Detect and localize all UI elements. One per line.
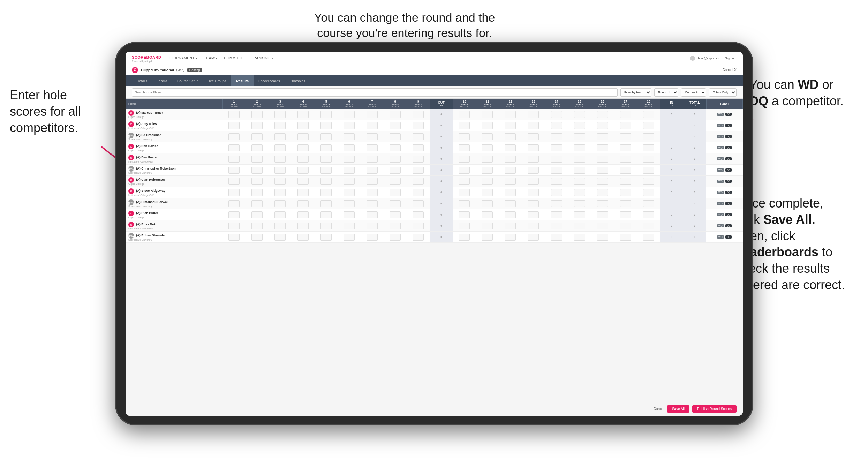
score-input-hole-2[interactable] [251, 111, 263, 118]
score-input-hole-4[interactable] [297, 234, 309, 241]
score-input-hole-18[interactable] [643, 178, 654, 185]
score-input-hole-1[interactable] [228, 122, 240, 129]
wd-button[interactable]: WD [717, 202, 724, 205]
score-input-hole-12[interactable] [505, 122, 516, 129]
score-input-hole-7[interactable] [367, 189, 378, 196]
score-input-hole-8[interactable] [390, 189, 401, 196]
score-input-hole-17[interactable] [620, 144, 631, 151]
score-input-hole-13[interactable] [528, 200, 539, 207]
score-input-hole-6[interactable] [344, 211, 355, 218]
score-input-hole-1[interactable] [228, 111, 240, 118]
score-input-hole-5[interactable] [320, 234, 332, 241]
score-input-hole-5[interactable] [320, 111, 332, 118]
score-input-hole-13[interactable] [528, 133, 539, 140]
score-input-hole-14[interactable] [551, 111, 562, 118]
score-input-hole-12[interactable] [505, 144, 516, 151]
cancel-tournament[interactable]: Cancel X [722, 68, 737, 72]
score-input-hole-18[interactable] [643, 200, 654, 207]
score-input-hole-15[interactable] [574, 111, 585, 118]
score-input-hole-7[interactable] [367, 211, 378, 218]
score-input-hole-13[interactable] [528, 156, 539, 163]
score-input-hole-13[interactable] [528, 122, 539, 129]
score-input-hole-18[interactable] [643, 211, 654, 218]
score-input-hole-6[interactable] [344, 189, 355, 196]
score-input-hole-4[interactable] [297, 122, 309, 129]
score-input-hole-13[interactable] [528, 211, 539, 218]
score-input-hole-12[interactable] [505, 200, 516, 207]
score-input-hole-18[interactable] [643, 189, 654, 196]
score-input-hole-7[interactable] [367, 234, 378, 241]
score-input-hole-18[interactable] [643, 133, 654, 140]
score-input-hole-14[interactable] [551, 144, 562, 151]
wd-button[interactable]: WD [717, 124, 724, 127]
score-input-hole-14[interactable] [551, 223, 562, 229]
score-input-hole-5[interactable] [320, 133, 332, 140]
score-input-hole-13[interactable] [528, 234, 539, 241]
score-input-hole-17[interactable] [620, 200, 631, 207]
score-input-hole-14[interactable] [551, 167, 562, 174]
score-input-hole-1[interactable] [228, 167, 240, 174]
score-input-hole-2[interactable] [251, 189, 263, 196]
score-input-hole-11[interactable] [482, 144, 493, 151]
score-input-hole-13[interactable] [528, 223, 539, 229]
score-input-hole-16[interactable] [597, 200, 608, 207]
score-input-hole-2[interactable] [251, 122, 263, 129]
wd-button[interactable]: WD [717, 213, 724, 216]
score-input-hole-17[interactable] [620, 167, 631, 174]
score-input-hole-12[interactable] [505, 234, 516, 241]
score-input-hole-9[interactable] [413, 178, 424, 185]
score-input-hole-15[interactable] [574, 211, 585, 218]
score-input-hole-8[interactable] [390, 211, 401, 218]
score-input-hole-11[interactable] [482, 167, 493, 174]
score-input-hole-3[interactable] [274, 234, 286, 241]
score-input-hole-11[interactable] [482, 156, 493, 163]
score-input-hole-9[interactable] [413, 144, 424, 151]
score-input-hole-14[interactable] [551, 189, 562, 196]
score-input-hole-16[interactable] [597, 167, 608, 174]
score-input-hole-13[interactable] [528, 189, 539, 196]
score-input-hole-14[interactable] [551, 211, 562, 218]
search-input[interactable] [132, 88, 618, 97]
score-input-hole-8[interactable] [390, 156, 401, 163]
score-input-hole-5[interactable] [320, 189, 332, 196]
score-input-hole-11[interactable] [482, 111, 493, 118]
score-input-hole-6[interactable] [344, 200, 355, 207]
score-input-hole-17[interactable] [620, 189, 631, 196]
score-input-hole-1[interactable] [228, 156, 240, 163]
score-input-hole-5[interactable] [320, 223, 332, 229]
score-input-hole-10[interactable] [459, 200, 470, 207]
score-input-hole-14[interactable] [551, 156, 562, 163]
score-input-hole-16[interactable] [597, 223, 608, 229]
score-input-hole-1[interactable] [228, 189, 240, 196]
wd-button[interactable]: WD [717, 191, 724, 194]
score-input-hole-7[interactable] [367, 111, 378, 118]
score-input-hole-14[interactable] [551, 122, 562, 129]
score-input-hole-8[interactable] [390, 122, 401, 129]
tab-teams[interactable]: Teams [152, 75, 172, 86]
score-input-hole-11[interactable] [482, 200, 493, 207]
score-input-hole-18[interactable] [643, 111, 654, 118]
score-input-hole-10[interactable] [459, 144, 470, 151]
score-input-hole-4[interactable] [297, 156, 309, 163]
score-input-hole-9[interactable] [413, 189, 424, 196]
score-input-hole-11[interactable] [482, 223, 493, 229]
score-input-hole-1[interactable] [228, 211, 240, 218]
score-input-hole-16[interactable] [597, 156, 608, 163]
score-input-hole-4[interactable] [297, 144, 309, 151]
cancel-button[interactable]: Cancel [654, 407, 664, 411]
totals-only-select[interactable]: Totals Only [709, 88, 737, 97]
publish-button[interactable]: Publish Round Scores [692, 405, 737, 413]
score-input-hole-13[interactable] [528, 167, 539, 174]
score-input-hole-8[interactable] [390, 178, 401, 185]
score-input-hole-1[interactable] [228, 133, 240, 140]
score-input-hole-11[interactable] [482, 133, 493, 140]
score-input-hole-7[interactable] [367, 223, 378, 229]
score-input-hole-6[interactable] [344, 156, 355, 163]
score-input-hole-13[interactable] [528, 111, 539, 118]
tab-results[interactable]: Results [231, 75, 254, 86]
score-input-hole-10[interactable] [459, 211, 470, 218]
score-input-hole-4[interactable] [297, 111, 309, 118]
score-input-hole-2[interactable] [251, 178, 263, 185]
score-input-hole-3[interactable] [274, 156, 286, 163]
score-input-hole-6[interactable] [344, 111, 355, 118]
